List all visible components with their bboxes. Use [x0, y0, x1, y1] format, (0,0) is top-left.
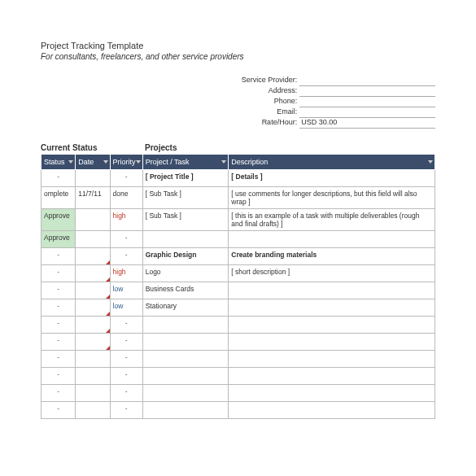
cell-status[interactable]: - [41, 317, 76, 334]
cell-priority[interactable]: - [110, 170, 142, 187]
cell-status[interactable]: - [41, 282, 76, 299]
cell-date[interactable] [76, 402, 110, 419]
section-headers: Current Status Projects [41, 143, 435, 152]
cell-date[interactable] [76, 368, 110, 385]
cell-priority[interactable]: - [110, 385, 142, 402]
cell-priority[interactable]: - [110, 231, 142, 248]
cell-date[interactable] [76, 317, 110, 334]
phone-value[interactable] [299, 97, 435, 107]
cell-priority[interactable]: low [110, 282, 142, 299]
cell-description[interactable] [229, 402, 435, 419]
cell-status[interactable]: - [41, 248, 76, 265]
cell-description[interactable] [229, 282, 435, 299]
header-status[interactable]: Status [41, 155, 76, 170]
email-value[interactable] [299, 107, 435, 118]
cell-project[interactable] [142, 317, 229, 334]
cell-project[interactable] [142, 368, 229, 385]
cell-date[interactable] [76, 170, 110, 187]
address-value[interactable] [299, 86, 435, 97]
cell-project[interactable]: Stationary [142, 299, 229, 317]
cell-description[interactable] [229, 317, 435, 334]
address-label: Address: [171, 86, 299, 97]
cell-description[interactable]: [ Details ] [229, 170, 435, 187]
cell-description[interactable] [229, 231, 435, 248]
cell-project[interactable] [142, 402, 229, 419]
table-row: -- [41, 334, 435, 351]
provider-value[interactable] [299, 76, 435, 86]
table-row: --Graphic DesignCreate branding material… [41, 248, 435, 265]
table-row: -- [41, 351, 435, 368]
cell-date[interactable] [76, 248, 110, 265]
header-description[interactable]: Description [229, 155, 435, 170]
cell-status[interactable]: - [41, 368, 76, 385]
cell-date[interactable] [76, 265, 110, 282]
cell-priority[interactable]: high [110, 209, 142, 231]
cell-project[interactable]: Business Cards [142, 282, 229, 299]
table-row: -lowStationary [41, 299, 435, 317]
table-row: -lowBusiness Cards [41, 282, 435, 299]
cell-date[interactable] [76, 209, 110, 231]
cell-project[interactable]: [ Project Title ] [142, 170, 229, 187]
cell-priority[interactable]: - [110, 317, 142, 334]
cell-status[interactable]: - [41, 334, 76, 351]
cell-status[interactable]: Approve [41, 231, 76, 248]
cell-date[interactable] [76, 385, 110, 402]
cell-status[interactable]: - [41, 402, 76, 419]
cell-description[interactable] [229, 334, 435, 351]
table-row: --[ Project Title ][ Details ] [41, 170, 435, 187]
cell-priority[interactable]: low [110, 299, 142, 317]
cell-description[interactable]: [ short description ] [229, 265, 435, 282]
cell-description[interactable] [229, 385, 435, 402]
cell-project[interactable] [142, 351, 229, 368]
header-priority[interactable]: Priority [110, 155, 142, 170]
cell-project[interactable] [142, 334, 229, 351]
cell-priority[interactable]: - [110, 334, 142, 351]
cell-project[interactable]: [ Sub Task ] [142, 187, 229, 209]
cell-project[interactable] [142, 231, 229, 248]
cell-description[interactable]: [ this is an example of a task with mult… [229, 209, 435, 231]
cell-project[interactable]: Graphic Design [142, 248, 229, 265]
cell-description[interactable] [229, 368, 435, 385]
cell-description[interactable] [229, 299, 435, 317]
cell-status[interactable]: - [41, 385, 76, 402]
cell-date[interactable] [76, 282, 110, 299]
tracking-table: Status Date Priority Project / Task Desc… [41, 154, 435, 419]
table-row: -- [41, 317, 435, 334]
cell-description[interactable] [229, 351, 435, 368]
cell-date[interactable] [76, 231, 110, 248]
cell-description[interactable]: [ use comments for longer descriptions, … [229, 187, 435, 209]
cell-project[interactable] [142, 385, 229, 402]
cell-status[interactable]: Approve [41, 209, 76, 231]
cell-status[interactable]: - [41, 299, 76, 317]
cell-date[interactable] [76, 299, 110, 317]
cell-priority[interactable]: done [110, 187, 142, 209]
cell-status[interactable]: - [41, 265, 76, 282]
cell-project[interactable]: [ Sub Task ] [142, 209, 229, 231]
provider-label: Service Provider: [171, 76, 299, 86]
table-row: -- [41, 385, 435, 402]
page-subtitle: For consultants, freelancers, and other … [41, 52, 435, 61]
cell-status[interactable]: - [41, 170, 76, 187]
cell-priority[interactable]: - [110, 351, 142, 368]
cell-priority[interactable]: high [110, 265, 142, 282]
header-date[interactable]: Date [76, 155, 110, 170]
cell-priority[interactable]: - [110, 248, 142, 265]
status-section-label: Current Status [41, 143, 145, 152]
page-title: Project Tracking Template [41, 41, 435, 50]
cell-description[interactable]: Create branding materials [229, 248, 435, 265]
cell-status[interactable]: - [41, 351, 76, 368]
cell-date[interactable] [76, 334, 110, 351]
rate-value[interactable]: USD 30.00 [299, 118, 435, 129]
cell-status[interactable]: omplete [41, 187, 76, 209]
email-label: Email: [171, 107, 299, 118]
cell-date[interactable] [76, 351, 110, 368]
info-block: Service Provider: Address: Phone: Email:… [171, 76, 435, 129]
cell-priority[interactable]: - [110, 368, 142, 385]
chevron-down-icon [136, 160, 141, 164]
cell-project[interactable]: Logo [142, 265, 229, 282]
header-project[interactable]: Project / Task [142, 155, 229, 170]
cell-date[interactable]: 11/7/11 [76, 187, 110, 209]
cell-priority[interactable]: - [110, 402, 142, 419]
chevron-down-icon [103, 160, 108, 164]
rate-label: Rate/Hour: [171, 118, 299, 129]
